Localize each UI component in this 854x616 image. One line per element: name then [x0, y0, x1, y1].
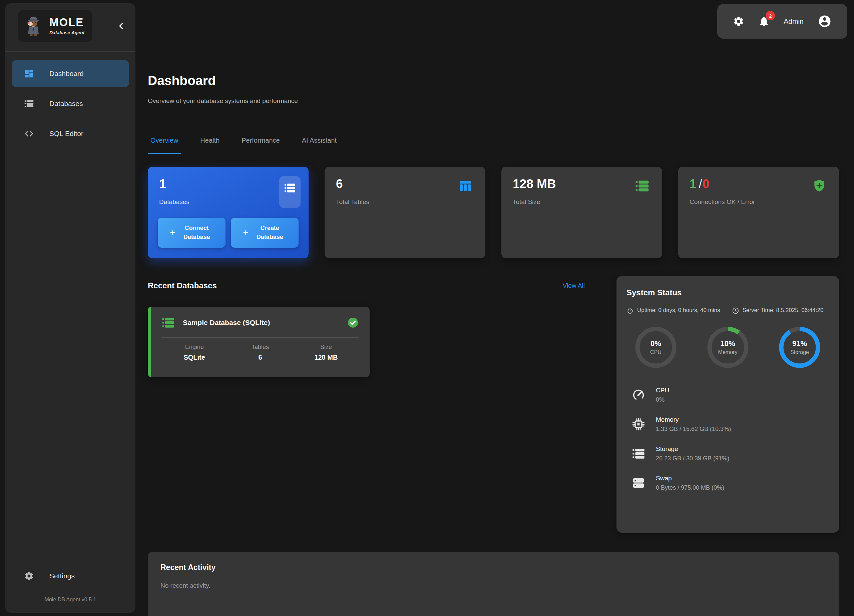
- app-logo: MOLE Database Agent: [18, 10, 92, 42]
- sidebar-item-label: Dashboard: [49, 70, 84, 78]
- stat-value: 128 MB: [513, 177, 651, 191]
- database-card-fields: Engine SQLite Tables 6 Size 128 MB: [162, 344, 359, 361]
- storage-gauge: 91% Storage: [778, 326, 821, 369]
- connections-error-count: 0: [703, 177, 709, 191]
- speedometer-icon: [631, 388, 646, 402]
- clock-icon: [732, 307, 739, 315]
- stopwatch-icon: [627, 307, 634, 315]
- mole-mascot-image: [22, 15, 45, 37]
- server-stack-icon: [631, 447, 646, 460]
- app-version: Mole DB Agent v0.5.1: [5, 589, 136, 613]
- recent-activity-panel: Recent Activity No recent activity.: [148, 552, 839, 616]
- dashboard-icon: [24, 68, 34, 79]
- recent-databases-title: Recent Databases: [148, 281, 217, 291]
- sidebar-item-dashboard[interactable]: Dashboard: [12, 60, 129, 87]
- stat-label: Total Tables: [336, 198, 474, 206]
- tab-performance[interactable]: Performance: [239, 136, 282, 154]
- recent-databases-header: Recent Databases View All: [148, 281, 585, 291]
- app-logo-subtitle: Database Agent: [49, 30, 84, 35]
- plus-icon: +: [170, 226, 175, 240]
- memory-chip-icon: [631, 418, 646, 431]
- sidebar-item-databases[interactable]: Databases: [12, 90, 129, 117]
- notification-badge: 2: [766, 11, 775, 20]
- metrics-list: CPU 0% Memory 1.33 GB / 15.62 GB (10.3%): [627, 387, 829, 491]
- stat-label: Connections OK / Error: [689, 198, 828, 206]
- database-card-divider: [162, 337, 359, 338]
- memory-gauge: 10% Memory: [706, 326, 749, 369]
- code-brackets-icon: [24, 129, 34, 139]
- connect-database-button[interactable]: + Connect Database: [158, 218, 226, 248]
- app-logo-title: MOLE: [49, 17, 84, 28]
- stat-label: Total Size: [513, 198, 651, 206]
- uptime-info: Uptime: 0 days, 0 hours, 40 mins: [627, 306, 724, 315]
- database-actions: + Connect Database + Create Database: [158, 218, 299, 248]
- gear-icon: [24, 571, 34, 581]
- view-all-link[interactable]: View All: [563, 282, 585, 289]
- create-database-button[interactable]: + Create Database: [231, 218, 299, 248]
- stat-card-total-size: 128 MB Total Size: [502, 167, 662, 259]
- field-size: Size 128 MB: [293, 344, 359, 361]
- swap-icon: [631, 476, 646, 490]
- metric-cpu: CPU 0%: [631, 387, 829, 403]
- stat-value: 6: [336, 177, 474, 191]
- connections-ok-count: 1: [689, 177, 697, 191]
- tab-overview[interactable]: Overview: [148, 136, 181, 154]
- check-circle-icon: [347, 317, 359, 329]
- connections-separator: /: [699, 177, 702, 191]
- database-card-header: Sample Database (SQLite): [162, 316, 359, 329]
- sidebar-nav: Dashboard Databases SQL Editor: [5, 52, 136, 147]
- tab-ai-assistant[interactable]: AI Assistant: [299, 136, 340, 154]
- notifications-button[interactable]: 2: [758, 16, 770, 27]
- database-name: Sample Database (SQLite): [183, 319, 270, 327]
- field-engine: Engine SQLite: [162, 344, 227, 361]
- user-avatar-button[interactable]: [817, 14, 832, 28]
- sidebar-bottom: Settings Mole DB Agent v0.5.1: [5, 552, 136, 613]
- shield-plus-icon: [812, 179, 826, 193]
- stat-value: 1/0: [689, 177, 828, 191]
- gauges-row: 0% CPU 10% Memory: [627, 326, 829, 369]
- stat-card-connections: 1/0 Connections OK / Error: [678, 167, 839, 259]
- tab-bar: Overview Health Performance AI Assistant: [148, 136, 339, 154]
- stat-value: 1: [159, 177, 297, 191]
- user-name: Admin: [784, 17, 804, 25]
- server-stack-icon: [24, 99, 34, 109]
- field-tables: Tables 6: [227, 344, 293, 361]
- server-stack-icon: [284, 182, 296, 208]
- stat-card-databases: 1 Databases + Connect Database + Create …: [148, 167, 308, 259]
- system-status-title: System Status: [627, 288, 829, 297]
- sidebar-item-settings[interactable]: Settings: [12, 563, 129, 589]
- sidebar-logo-row: MOLE Database Agent: [5, 3, 136, 47]
- cpu-gauge: 0% CPU: [634, 326, 677, 369]
- plus-icon: +: [243, 226, 248, 240]
- metric-swap: Swap 0 Bytes / 975.00 MB (0%): [631, 475, 829, 491]
- page-subtitle: Overview of your database systems and pe…: [148, 97, 298, 105]
- server-stack-icon: [162, 316, 175, 329]
- server-stack-icon: [635, 179, 650, 193]
- stat-label: Databases: [159, 198, 297, 206]
- chevron-left-icon: [117, 21, 126, 30]
- sidebar: MOLE Database Agent Dashboard: [5, 3, 136, 613]
- app-root: MOLE Database Agent Dashboard: [0, 0, 854, 616]
- sidebar-item-label: Settings: [49, 572, 75, 580]
- metric-memory: Memory 1.33 GB / 15.62 GB (10.3%): [631, 416, 829, 433]
- stat-card-total-tables: 6 Total Tables: [325, 167, 485, 259]
- recent-activity-title: Recent Activity: [160, 563, 826, 572]
- page-title: Dashboard: [148, 73, 216, 88]
- settings-gear-button[interactable]: [733, 16, 744, 27]
- recent-activity-empty-message: No recent activity.: [160, 582, 826, 589]
- tab-health[interactable]: Health: [197, 136, 222, 154]
- table-icon: [458, 179, 473, 193]
- top-header-bar: 2 Admin: [717, 4, 847, 39]
- stat-icon-pill: [279, 176, 300, 208]
- stat-cards-row: 1 Databases + Connect Database + Create …: [148, 167, 839, 259]
- metric-storage: Storage 26.23 GB / 30.39 GB (91%): [631, 445, 829, 462]
- server-time-info: Server Time: 8.5.2025, 06:44:20: [732, 306, 829, 315]
- sidebar-collapse-button[interactable]: [114, 19, 129, 33]
- database-card[interactable]: Sample Database (SQLite) Engine SQLite T…: [148, 307, 370, 377]
- sidebar-item-label: Databases: [49, 100, 83, 108]
- sidebar-item-label: SQL Editor: [49, 130, 83, 138]
- sidebar-item-sql-editor[interactable]: SQL Editor: [12, 120, 129, 147]
- system-status-meta: Uptime: 0 days, 0 hours, 40 mins Server …: [627, 306, 829, 315]
- system-status-panel: System Status Uptime: 0 days, 0 hours, 4…: [616, 276, 839, 533]
